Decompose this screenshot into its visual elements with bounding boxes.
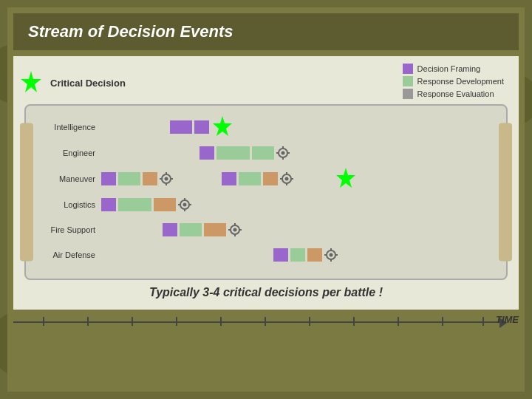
row-logistics: Logistics: [35, 194, 497, 215]
svg-marker-0: [21, 71, 41, 92]
svg-rect-19: [290, 178, 293, 180]
critical-decision-starburst: [19, 71, 43, 95]
block-maneuver-2: [118, 172, 140, 185]
svg-rect-7: [287, 152, 290, 154]
svg-rect-35: [330, 248, 332, 251]
row-content-fire-support: [101, 223, 497, 236]
svg-rect-13: [170, 178, 173, 180]
timeline-tick-2: [87, 317, 89, 326]
timeline-tick-4: [176, 317, 177, 326]
block-engineer-1: [200, 146, 214, 160]
gear-fire-support: [228, 223, 242, 236]
block-maneuver-3: [143, 172, 157, 185]
starburst-maneuver: [335, 168, 357, 190]
timeline-tick-11: [482, 317, 484, 326]
starburst-intelligence: [211, 116, 233, 138]
timeline-tick-9: [398, 317, 399, 326]
legend: Decision Framing Response Development Re…: [403, 64, 504, 99]
row-content-intelligence: [101, 116, 497, 138]
title-bar: Stream of Decision Events: [13, 13, 519, 50]
page-title: Stream of Decision Events: [28, 22, 504, 41]
legend-item-response-evaluation: Response Evaluation: [403, 89, 504, 99]
timeline-tick-1: [43, 317, 44, 326]
row-content-maneuver: [101, 168, 497, 190]
svg-point-9: [165, 177, 168, 181]
row-label-intelligence: Intelligence: [35, 123, 101, 132]
svg-rect-5: [282, 157, 284, 160]
row-label-air-defense: Air Defense: [35, 250, 101, 259]
svg-rect-18: [280, 178, 283, 180]
timeline: TIME: [13, 316, 519, 330]
block-engineer-3: [252, 146, 274, 160]
legend-label-response-development: Response Development: [417, 77, 504, 86]
svg-rect-4: [282, 146, 284, 149]
timeline-tick-3: [132, 317, 133, 326]
legend-box-response-evaluation: [403, 89, 413, 99]
scroll-left-end: [20, 123, 33, 261]
svg-rect-31: [228, 229, 231, 231]
svg-rect-32: [239, 229, 242, 231]
svg-rect-23: [184, 198, 185, 201]
legend-item-decision-framing: Decision Framing: [403, 64, 504, 74]
block-maneuver-1: [101, 172, 116, 185]
row-label-maneuver: Maneuver: [35, 174, 101, 183]
row-maneuver: Maneuver: [35, 168, 497, 190]
svg-point-3: [282, 151, 285, 155]
timeline-tick-7: [309, 317, 310, 326]
legend-label-response-evaluation: Response Evaluation: [417, 89, 494, 98]
block-maneuver-5: [239, 172, 261, 185]
svg-rect-24: [184, 208, 185, 211]
block-intelligence-2: [194, 120, 209, 134]
timeline-tick-5: [220, 317, 222, 326]
svg-point-34: [330, 253, 333, 257]
svg-rect-30: [234, 233, 236, 236]
svg-rect-25: [178, 204, 181, 205]
block-logistics-3: [154, 198, 176, 211]
timeline-tick-6: [265, 317, 266, 326]
legend-item-response-development: Response Development: [403, 76, 504, 86]
critical-decision-area: Critical Decision: [19, 71, 126, 95]
block-maneuver-4: [222, 172, 236, 185]
svg-rect-38: [335, 254, 338, 256]
svg-point-15: [285, 177, 289, 181]
svg-point-28: [233, 228, 237, 232]
block-air-1: [273, 248, 288, 262]
block-intelligence-1: [170, 120, 192, 134]
svg-point-22: [183, 203, 187, 207]
timeline-tick-8: [353, 317, 355, 326]
gear-maneuver-1: [160, 172, 173, 185]
svg-marker-1: [213, 116, 232, 136]
block-maneuver-6: [263, 172, 278, 185]
gear-air-defense: [324, 248, 338, 262]
row-label-logistics: Logistics: [35, 200, 101, 209]
row-label-engineer: Engineer: [35, 149, 101, 157]
block-engineer-2: [216, 146, 250, 160]
scroll-area: Intelligence Engineer: [24, 104, 508, 280]
gear-maneuver-2: [280, 172, 293, 185]
block-logistics-1: [101, 198, 116, 211]
block-air-2: [290, 248, 305, 262]
row-fire-support: Fire Support: [35, 219, 497, 240]
row-content-logistics: [101, 198, 497, 211]
bottom-text: Typically 3-4 critical decisions per bat…: [24, 286, 508, 299]
timeline-label: TIME: [496, 314, 519, 325]
svg-rect-26: [188, 204, 191, 205]
row-content-air-defense: [101, 248, 497, 262]
timeline-tick-10: [442, 317, 443, 326]
svg-rect-37: [324, 254, 327, 256]
row-label-fire-support: Fire Support: [35, 225, 101, 234]
row-engineer: Engineer: [35, 143, 497, 163]
row-intelligence: Intelligence: [35, 116, 497, 138]
scroll-right-end: [499, 123, 512, 261]
svg-marker-20: [336, 168, 355, 188]
gear-logistics: [178, 198, 191, 211]
svg-rect-29: [234, 223, 236, 226]
block-fire-3: [204, 223, 226, 236]
legend-label-decision-framing: Decision Framing: [417, 64, 481, 73]
svg-rect-16: [286, 172, 287, 175]
block-fire-1: [163, 223, 177, 236]
block-fire-2: [180, 223, 202, 236]
content-area: Critical Decision Decision Framing Respo…: [13, 56, 519, 310]
main-container: Stream of Decision Events Critical Decis…: [7, 7, 525, 392]
block-air-3: [307, 248, 322, 262]
